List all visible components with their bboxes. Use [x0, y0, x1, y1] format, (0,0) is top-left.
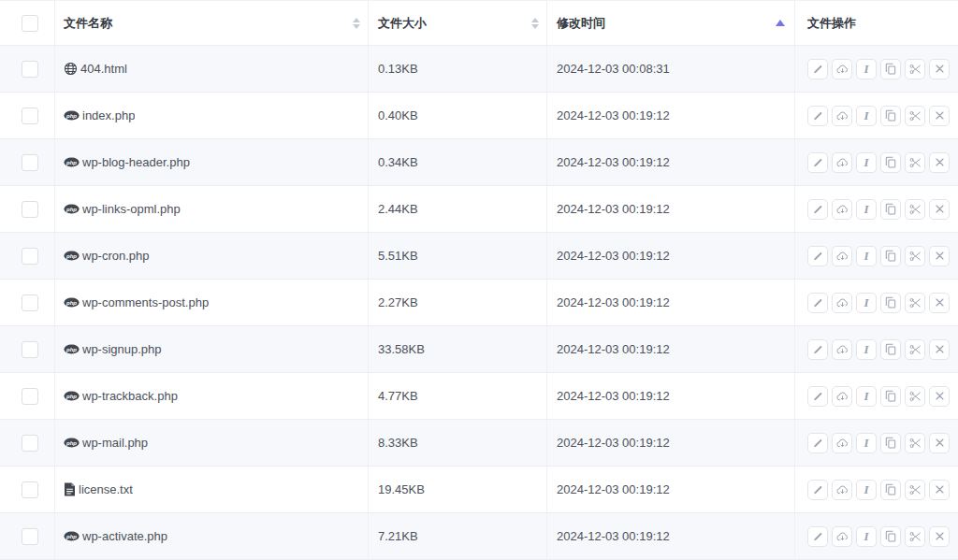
download-button[interactable] — [832, 59, 852, 79]
sort-icon-file-name[interactable] — [353, 18, 360, 29]
copy-button[interactable] — [880, 293, 901, 313]
delete-button[interactable] — [929, 526, 950, 547]
edit-button[interactable] — [807, 106, 828, 126]
row-checkbox[interactable] — [22, 341, 38, 358]
cut-button[interactable] — [905, 339, 925, 360]
copy-button[interactable] — [880, 59, 901, 79]
file-name[interactable]: wp-signup.php — [82, 342, 162, 356]
file-name[interactable]: wp-comments-post.php — [82, 295, 209, 309]
cut-button[interactable] — [905, 480, 925, 500]
download-button[interactable] — [832, 152, 852, 173]
cut-button[interactable] — [905, 526, 925, 547]
row-checkbox[interactable] — [22, 388, 38, 405]
cut-button[interactable] — [905, 106, 925, 126]
download-button[interactable] — [832, 293, 852, 313]
copy-button[interactable] — [880, 339, 901, 360]
file-name[interactable]: license.txt — [79, 482, 133, 496]
header-cell-file-size[interactable]: 文件大小 — [368, 1, 546, 45]
file-name[interactable]: wp-mail.php — [82, 436, 148, 450]
edit-button[interactable] — [807, 246, 828, 266]
file-name[interactable]: index.php — [82, 108, 135, 122]
download-button[interactable] — [832, 106, 852, 126]
row-checkbox[interactable] — [22, 154, 38, 171]
delete-button[interactable] — [929, 106, 950, 126]
column-label-file-size: 文件大小 — [378, 15, 427, 32]
file-name[interactable]: wp-links-opml.php — [82, 202, 181, 216]
delete-button[interactable] — [929, 152, 950, 173]
file-name[interactable]: wp-cron.php — [82, 249, 150, 263]
file-name[interactable]: wp-activate.php — [82, 529, 167, 543]
rename-button[interactable]: I — [856, 386, 877, 407]
file-name[interactable]: 404.html — [80, 62, 127, 76]
file-mtime: 2024-12-03 00:19:12 — [557, 202, 670, 216]
cut-button[interactable] — [905, 246, 925, 266]
rename-button[interactable]: I — [856, 199, 877, 220]
copy-button[interactable] — [880, 152, 901, 173]
delete-button[interactable] — [929, 386, 950, 407]
cut-button[interactable] — [905, 386, 925, 407]
download-button[interactable] — [832, 526, 852, 547]
cut-button[interactable] — [905, 199, 925, 220]
edit-button[interactable] — [807, 59, 828, 79]
row-checkbox[interactable] — [22, 294, 38, 311]
row-checkbox[interactable] — [22, 435, 38, 452]
rename-button[interactable]: I — [856, 59, 877, 79]
header-cell-file-name[interactable]: 文件名称 — [54, 1, 368, 45]
copy-button[interactable] — [880, 480, 901, 500]
copy-button[interactable] — [880, 386, 901, 407]
edit-button[interactable] — [807, 199, 828, 220]
download-button[interactable] — [832, 339, 852, 360]
edit-button[interactable] — [807, 386, 828, 407]
delete-button[interactable] — [929, 480, 950, 500]
copy-button[interactable] — [880, 526, 901, 547]
edit-button[interactable] — [807, 339, 828, 360]
edit-button[interactable] — [807, 480, 828, 500]
row-cell-file-name: php wp-blog-header.php — [54, 139, 368, 185]
cut-button[interactable] — [905, 152, 925, 173]
select-all-checkbox[interactable] — [22, 15, 38, 32]
download-button[interactable] — [832, 246, 852, 266]
rename-button[interactable]: I — [856, 246, 877, 266]
file-name[interactable]: wp-trackback.php — [82, 389, 178, 403]
edit-button[interactable] — [807, 293, 828, 313]
rename-button[interactable]: I — [856, 480, 877, 500]
file-name[interactable]: wp-blog-header.php — [82, 155, 190, 169]
delete-button[interactable] — [929, 59, 950, 79]
download-button[interactable] — [832, 199, 852, 220]
php-logo-icon: php — [64, 110, 80, 121]
copy-button[interactable] — [880, 433, 901, 453]
edit-button[interactable] — [807, 526, 828, 547]
rename-button[interactable]: I — [856, 152, 877, 173]
sort-icon-modified-time-active[interactable] — [776, 20, 785, 26]
cut-button[interactable] — [905, 59, 925, 79]
rename-button[interactable]: I — [856, 433, 877, 453]
rename-button[interactable]: I — [856, 526, 877, 547]
edit-button[interactable] — [807, 433, 828, 453]
cut-button[interactable] — [905, 293, 925, 313]
rename-button[interactable]: I — [856, 339, 877, 360]
row-checkbox[interactable] — [22, 481, 38, 498]
row-checkbox[interactable] — [22, 248, 38, 265]
download-button[interactable] — [832, 480, 852, 500]
row-checkbox[interactable] — [22, 528, 38, 545]
row-checkbox[interactable] — [22, 61, 38, 78]
delete-button[interactable] — [929, 293, 950, 313]
edit-button[interactable] — [807, 152, 828, 173]
download-button[interactable] — [832, 386, 852, 407]
rename-button[interactable]: I — [856, 106, 877, 126]
copy-button[interactable] — [880, 246, 901, 266]
delete-button[interactable] — [929, 246, 950, 266]
delete-button[interactable] — [929, 433, 950, 453]
copy-button[interactable] — [880, 106, 901, 126]
sort-icon-file-size[interactable] — [531, 18, 539, 29]
copy-button[interactable] — [880, 199, 901, 220]
cut-button[interactable] — [905, 433, 925, 453]
row-checkbox[interactable] — [22, 108, 38, 124]
download-button[interactable] — [832, 433, 852, 453]
rename-button[interactable]: I — [856, 293, 877, 313]
delete-button[interactable] — [929, 199, 950, 220]
delete-button[interactable] — [929, 339, 950, 360]
cloud-download-icon — [836, 157, 849, 168]
header-cell-modified-time[interactable]: 修改时间 — [546, 1, 794, 45]
row-checkbox[interactable] — [22, 201, 38, 218]
